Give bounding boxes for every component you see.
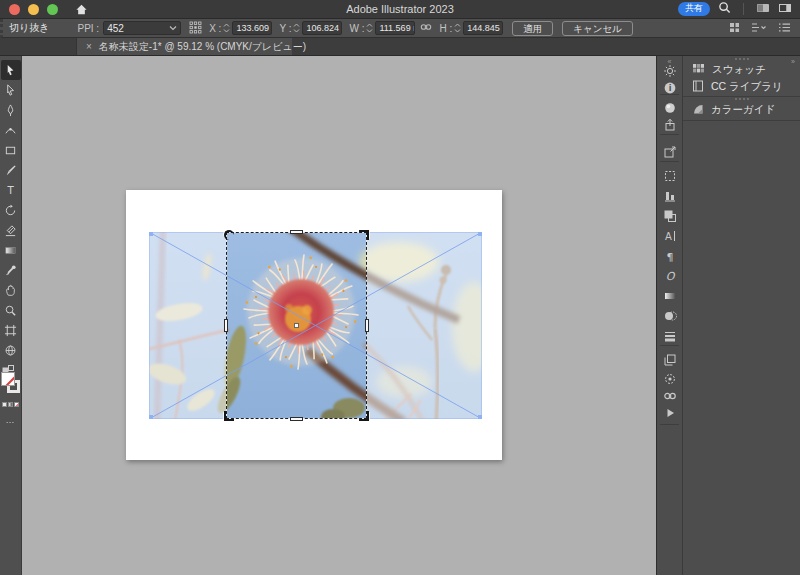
swatches-icon	[692, 63, 705, 76]
minimize-window-button[interactable]	[28, 4, 39, 15]
rectangle-tool[interactable]	[1, 140, 21, 160]
svg-text:T: T	[6, 185, 14, 196]
x-input[interactable]	[232, 21, 272, 35]
panel-tab-swatches[interactable]: スウォッチ	[683, 61, 800, 78]
crop-handle-left[interactable]	[224, 319, 228, 332]
appearance-icon[interactable]	[662, 371, 678, 387]
fill-swatch-none[interactable]	[1, 372, 15, 386]
grid-icon[interactable]	[729, 22, 740, 35]
color-mode-row	[2, 402, 19, 407]
panel-arrange-icon[interactable]	[751, 22, 767, 35]
selection-tool[interactable]	[1, 60, 21, 80]
canvas[interactable]	[22, 56, 656, 575]
h-input[interactable]	[463, 21, 503, 35]
direct-selection-tool[interactable]	[1, 80, 21, 100]
y-label: Y :	[279, 23, 291, 34]
character-icon[interactable]: A	[662, 228, 678, 244]
crop-handle-bottom-right[interactable]	[359, 411, 369, 421]
artboard	[126, 190, 502, 460]
hand-tool[interactable]	[1, 280, 21, 300]
panel-tab-cc-libraries[interactable]: CC ライブラリ	[683, 78, 800, 95]
rotate-tool[interactable]	[1, 200, 21, 220]
none-button[interactable]	[14, 402, 19, 407]
constrain-proportions-icon[interactable]	[420, 22, 432, 34]
fill-stroke-swatches	[1, 372, 21, 396]
pen-tool[interactable]	[1, 100, 21, 120]
edit-toolbar-ellipsis[interactable]: …	[6, 415, 16, 425]
export-icon[interactable]	[662, 117, 678, 133]
window-controls	[9, 4, 58, 15]
crop-handle-bottom[interactable]	[290, 417, 303, 421]
w-input[interactable]	[375, 21, 415, 35]
eyedropper-tool[interactable]	[1, 260, 21, 280]
svg-text:A: A	[665, 231, 672, 242]
pathfinder-icon[interactable]	[662, 208, 678, 224]
tools-panel: T	[0, 56, 22, 575]
close-tab-icon[interactable]: ×	[86, 42, 92, 52]
toolbar-dock-header	[0, 38, 77, 55]
align-icon[interactable]	[662, 188, 678, 204]
workspace-icon[interactable]	[778, 0, 792, 18]
transparency-icon[interactable]	[662, 308, 678, 324]
document-tab-bar: × 名称未設定-1* @ 59.12 % (CMYK/プレビュー)	[0, 38, 800, 56]
color-icon[interactable]	[662, 100, 678, 116]
panel-tab-label: カラーガイド	[711, 103, 775, 117]
reference-point-icon[interactable]	[189, 21, 202, 36]
zoom-window-button[interactable]	[47, 4, 58, 15]
y-input[interactable]	[302, 21, 342, 35]
placed-photo[interactable]	[149, 232, 482, 419]
control-bar: 切り抜き PPI : 452 X : Y :	[0, 19, 800, 38]
crop-handle-top-right[interactable]	[359, 230, 369, 240]
home-icon[interactable]	[74, 2, 88, 16]
panel-group-grip[interactable]	[735, 98, 749, 100]
list-icon[interactable]	[778, 22, 791, 35]
external-link-icon[interactable]	[662, 144, 678, 160]
apply-button[interactable]: 適用	[512, 21, 553, 36]
type-tool[interactable]: T	[1, 180, 21, 200]
links-icon[interactable]	[662, 388, 678, 404]
artboards-icon[interactable]	[662, 352, 678, 368]
titlebar-separator	[743, 3, 744, 15]
crop-center-point[interactable]	[294, 323, 299, 328]
ppi-value: 452	[107, 23, 124, 34]
rotate-view-tool[interactable]	[1, 340, 21, 360]
panel-tab-color-guide[interactable]: カラーガイド	[683, 101, 800, 118]
crop-marquee[interactable]	[226, 232, 367, 419]
cancel-button[interactable]: キャンセル	[562, 21, 633, 36]
crop-handle-top[interactable]	[290, 230, 303, 234]
document-tab[interactable]: × 名称未設定-1* @ 59.12 % (CMYK/プレビュー)	[77, 38, 292, 55]
gear-icon[interactable]	[662, 63, 678, 79]
arrange-documents-icon[interactable]	[756, 0, 770, 18]
close-window-button[interactable]	[9, 4, 20, 15]
h-stepper[interactable]	[454, 22, 461, 34]
ppi-select[interactable]: 452	[103, 21, 181, 35]
opentype-icon[interactable]: O	[662, 268, 678, 284]
actions-icon[interactable]	[662, 405, 678, 421]
h-field-group: H :	[439, 21, 503, 35]
zoom-tool[interactable]	[1, 300, 21, 320]
crop-handle-right[interactable]	[365, 319, 369, 332]
curvature-tool[interactable]	[1, 120, 21, 140]
eraser-tool[interactable]	[1, 220, 21, 240]
stroke-icon[interactable]	[662, 328, 678, 344]
transform-icon[interactable]	[662, 168, 678, 184]
w-stepper[interactable]	[366, 22, 373, 34]
y-stepper[interactable]	[293, 22, 300, 34]
panel-tab-label: CC ライブラリ	[711, 80, 783, 94]
svg-text:i: i	[668, 84, 671, 93]
share-button[interactable]: 共有	[678, 2, 710, 16]
crop-handle-top-left[interactable]	[224, 230, 234, 240]
y-field-group: Y :	[279, 21, 342, 35]
artboard-tool[interactable]	[1, 320, 21, 340]
paintbrush-tool[interactable]	[1, 160, 21, 180]
gradient-button[interactable]	[8, 402, 13, 407]
color-button[interactable]	[2, 402, 7, 407]
x-stepper[interactable]	[223, 22, 230, 34]
crop-handle-bottom-left[interactable]	[224, 411, 234, 421]
gradient-tool[interactable]	[1, 240, 21, 260]
paragraph-icon[interactable]: ¶	[662, 248, 678, 264]
active-tool-label: 切り抜き	[9, 21, 49, 35]
search-icon[interactable]	[718, 0, 731, 18]
panel-group-grip[interactable]	[735, 58, 749, 60]
gradient-icon[interactable]	[662, 288, 678, 304]
